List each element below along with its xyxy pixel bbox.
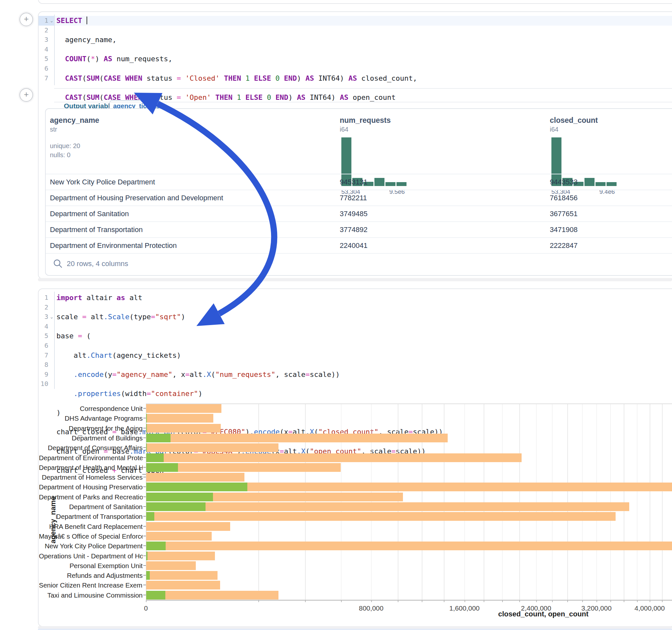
chart-x-minor-tick: [422, 600, 423, 602]
code-token: INT64): [305, 93, 340, 101]
table-cell: 3774892: [340, 222, 368, 237]
code-token: 'Closed': [185, 74, 219, 82]
code-token: ): [288, 93, 297, 101]
column-type-agency-name: str: [50, 126, 57, 133]
chart-x-tick-label: 2,400,000: [521, 604, 551, 612]
code-token: AS: [349, 74, 357, 82]
code-token: END: [284, 74, 297, 82]
code-token: [211, 93, 215, 101]
sql-cell: 1⌄SELECT 2 agency_name,3 COUNT(*) AS num…: [38, 11, 672, 279]
bar-open-count: [146, 414, 147, 422]
sql-editor[interactable]: 1⌄SELECT 2 agency_name,3 COUNT(*) AS num…: [39, 12, 672, 88]
table-cell: 2222847: [550, 238, 578, 253]
code-token: SUM: [87, 74, 99, 82]
chart-y-tick: [143, 457, 146, 458]
chart-category-label: Senior Citizen Rent Increase Exempti…: [39, 581, 143, 589]
code-token: 'Open': [185, 93, 211, 101]
bar-closed-count: [146, 561, 196, 570]
code-token: AS: [297, 93, 306, 101]
code-token: closed_count,: [357, 74, 417, 82]
line-number: 2: [34, 26, 48, 35]
bar-closed-count: [146, 502, 629, 511]
code-token: 1: [237, 93, 241, 101]
chart-category-label: HRA Benefit Card Replacement: [39, 523, 143, 531]
column-header-closed-count: closed_count: [550, 116, 598, 125]
chart-gridline: [398, 404, 399, 600]
code-token: 0: [275, 74, 280, 82]
column-meta-unique: unique: 20: [50, 141, 80, 150]
bar-closed-count: [146, 512, 616, 521]
notebook-canvas: + + 1⌄SELECT 2 agency_name,3 COUNT(*) AS…: [0, 0, 672, 630]
code-token: status: [142, 74, 177, 82]
code-line[interactable]: COUNT(*) AS num_requests,: [56, 54, 672, 64]
fold-chevron-icon[interactable]: ⌄: [50, 16, 54, 26]
chart-category-label: Mayorâ€ s Office of Special Enforce…: [39, 532, 143, 540]
chart-category-label: Department of Parks and Recreation: [39, 493, 143, 501]
chart-gridline: [597, 404, 597, 600]
code-token: 0: [267, 93, 271, 101]
chart-gridline: [610, 404, 611, 600]
code-line[interactable]: CAST(SUM(CASE WHEN status = 'Closed' THE…: [56, 74, 672, 83]
sql-gutter-separator: [54, 15, 55, 85]
table-cell: 3749485: [340, 206, 368, 221]
chart-x-minor-tick: [519, 600, 520, 602]
code-token: [219, 74, 224, 82]
search-icon[interactable]: [53, 259, 63, 268]
code-token: CASE: [104, 74, 121, 82]
chart-y-tick: [143, 595, 146, 595]
result-table-card: agency_name str unique: 20 nulls: 0 num_…: [45, 108, 672, 276]
chart-x-axis-line: [146, 600, 672, 601]
bar-closed-count: [146, 581, 220, 589]
cell-gap-strip: [38, 278, 672, 281]
table-row: New York City Police Department945313194…: [46, 174, 672, 190]
bar-closed-count: [146, 571, 217, 580]
chart-x-minor-tick: [567, 600, 568, 602]
add-cell-button-output[interactable]: +: [20, 88, 33, 102]
chart-y-tick: [143, 516, 146, 516]
chart-y-tick: [143, 565, 146, 566]
code-token: WHEN: [125, 74, 142, 82]
chart-category-label: Department for the Aging: [39, 425, 143, 432]
chart-y-tick: [143, 575, 146, 576]
chart-gridline: [519, 404, 520, 600]
chart-gridline: [624, 404, 624, 600]
code-token: THEN: [224, 74, 241, 82]
code-token: ELSE: [245, 93, 263, 101]
code-token: =: [177, 74, 181, 82]
code-token: agency_name,: [56, 35, 116, 44]
chart-category-label: Department of Health and Mental Hyg…: [39, 464, 143, 471]
column-type-closed-count: i64: [550, 126, 558, 133]
chart-y-tick: [143, 428, 146, 429]
code-token: (: [99, 74, 103, 82]
chart-x-tick-label: 3,200,000: [581, 604, 611, 612]
chart-gridline: [582, 404, 583, 600]
bar-closed-count: [146, 453, 522, 462]
chart-y-tick: [143, 506, 146, 507]
chart-category-label: Operations Unit - Department of Hom…: [39, 552, 143, 560]
code-token: SELECT: [56, 17, 82, 25]
chart-gridline: [371, 404, 372, 600]
python-cell: 1import altair as alt2scale = alt.Scale(…: [38, 288, 672, 627]
code-line[interactable]: SELECT: [56, 16, 672, 26]
table-cell: Department of Sanitation: [50, 206, 129, 221]
chart-gridline: [258, 404, 259, 600]
column-type-num-requests: i64: [340, 126, 349, 133]
chart-category-label: Correspondence Unit: [39, 405, 143, 413]
chart-gridline: [536, 404, 537, 600]
line-number: 6: [34, 64, 48, 74]
bar-open-count: [146, 541, 166, 550]
code-line[interactable]: agency_name,: [56, 35, 672, 45]
chart-gridline: [567, 404, 568, 600]
chart-x-tick-label: 800,000: [359, 604, 383, 612]
add-cell-button-top[interactable]: +: [20, 13, 33, 26]
chart-x-minor-tick: [258, 600, 259, 602]
bar-open-count: [146, 591, 165, 600]
chart-category-label: Department of Sanitation: [39, 503, 143, 511]
chart-plot-left-border: [146, 404, 146, 600]
table-row: Department of Transportation377489234719…: [46, 221, 672, 238]
divider-above-output: [54, 88, 672, 89]
code-token: [56, 93, 65, 101]
bar-closed-count: [146, 541, 672, 550]
altair-chart: agency_name closed_count, open_count Cor…: [39, 289, 672, 626]
line-number: 7: [34, 74, 48, 83]
